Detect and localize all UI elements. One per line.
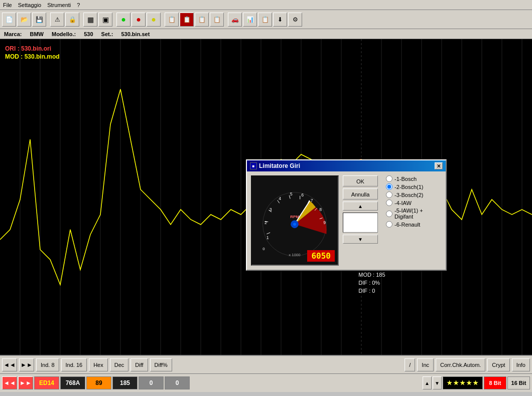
nav-next-button[interactable]: ►► xyxy=(19,358,34,371)
option-5-iaw1[interactable]: -5-IAW(1) + Digifant xyxy=(386,208,442,220)
car-button[interactable]: 🚗 xyxy=(228,13,242,27)
data-stars: ★★★★★ xyxy=(443,376,483,389)
settings-button[interactable]: ⚙ xyxy=(288,13,302,27)
data-ind16: 768A xyxy=(60,376,85,389)
dialog-titlebar: ■ Limitatore Giri ✕ xyxy=(247,160,446,171)
inc-label: Inc xyxy=(417,358,434,371)
menu-help[interactable]: ? xyxy=(77,2,80,8)
grid1-button[interactable]: ▦ xyxy=(83,13,97,27)
arrow-down-button[interactable]: ⬇ xyxy=(273,13,287,27)
copy-button[interactable]: 📋 xyxy=(165,13,179,27)
radio-options: -1-Bosch -2-Bosch(1) -3-Bosch(2) -4-IAW xyxy=(386,175,442,266)
svg-text:RPM: RPM xyxy=(290,215,299,219)
set-label: Set.: xyxy=(101,31,113,37)
option-3-label: -3-Bosch(2) xyxy=(394,192,423,198)
svg-text:0: 0 xyxy=(262,247,265,251)
rpm-display: 6050 xyxy=(307,250,335,262)
menu-bar: File Settaggio Strumenti ? xyxy=(0,0,532,10)
corr-label: Corr.Chk.Autom. xyxy=(436,358,485,371)
menu-strumenti[interactable]: Strumenti xyxy=(47,2,71,8)
mod-label: MOD : 530.bin.mod xyxy=(5,53,60,60)
svg-text:4: 4 xyxy=(279,196,281,201)
marca-label: Marca: xyxy=(4,31,22,37)
modello-value: 530 xyxy=(84,31,93,37)
yellow-button[interactable]: ● xyxy=(147,13,161,27)
slash-label: / xyxy=(405,358,415,371)
data-hex: 89 xyxy=(86,376,111,389)
svg-text:2: 2 xyxy=(264,220,267,225)
option-2-bosch1[interactable]: -2-Bosch(1) xyxy=(386,183,442,190)
option-2-label: -2-Bosch(1) xyxy=(394,184,423,190)
menu-file[interactable]: File xyxy=(3,2,12,8)
paste-red-button[interactable]: 📋 xyxy=(180,13,194,27)
nav-first2-button[interactable]: ◄◄ xyxy=(2,376,17,389)
scroll-up-button[interactable]: ▲ xyxy=(343,202,378,211)
nav-first-button[interactable]: ◄◄ xyxy=(2,358,17,371)
bottom-data-row: ◄◄ ►► ED14 768A 89 185 0 0 ▲ ▼ ★★★★★ 8 B… xyxy=(0,374,532,392)
option-3-bosch2[interactable]: -3-Bosch(2) xyxy=(386,191,442,198)
lock-button[interactable]: 🔒 xyxy=(65,13,79,27)
dialog-button-col: OK Annulla ▲ ▼ xyxy=(343,175,378,266)
svg-text:7: 7 xyxy=(311,198,313,203)
save-button[interactable]: 💾 xyxy=(32,13,46,27)
data-dec: 185 xyxy=(112,376,138,389)
option-5-label: -5-IAW(1) + Digifant xyxy=(394,208,442,220)
open-button[interactable]: 📂 xyxy=(17,13,31,27)
bottom-toolbar: ◄◄ ►► Ind. 8 Ind. 16 Hex Dec Diff Diff% … xyxy=(0,356,532,374)
menu-settaggio[interactable]: Settaggio xyxy=(18,2,41,8)
svg-text:1: 1 xyxy=(267,235,269,240)
limitatore-giri-dialog: ■ Limitatore Giri ✕ xyxy=(246,159,447,271)
red-button[interactable]: ● xyxy=(131,13,146,27)
green-button[interactable]: ● xyxy=(116,13,130,27)
option-4-label: -4-IAW xyxy=(394,200,412,206)
option-1-label: -1-Bosch xyxy=(394,176,417,182)
grid2-button[interactable]: ▣ xyxy=(98,13,112,27)
data-diff: 0 xyxy=(139,376,164,389)
ind8-label: Ind. 8 xyxy=(36,358,59,371)
new-button[interactable]: 📄 xyxy=(2,13,16,27)
table-button[interactable]: 📋 xyxy=(258,13,272,27)
text-input-box[interactable] xyxy=(343,213,378,233)
paste3-button[interactable]: 📋 xyxy=(210,13,224,27)
svg-text:x 1000: x 1000 xyxy=(289,253,301,257)
dialog-close-button[interactable]: ✕ xyxy=(435,162,443,169)
option-6-renault[interactable]: -6-Renault xyxy=(386,221,442,228)
svg-text:5: 5 xyxy=(290,191,293,196)
tachometer: 1 2 3 4 5 6 7 8 9 0 xyxy=(251,175,339,266)
nav-next2-button[interactable]: ►► xyxy=(18,376,33,389)
scroll-down-button[interactable]: ▼ xyxy=(343,235,378,244)
chart-button[interactable]: 📊 xyxy=(243,13,257,27)
bottom-area: ◄◄ ►► Ind. 8 Ind. 16 Hex Dec Diff Diff% … xyxy=(0,355,532,395)
scroll-up-v[interactable]: ▲ xyxy=(423,376,432,389)
toolbar: 📄 📂 💾 ⚠ 🔒 ▦ ▣ ● ● ● 📋 📋 📋 📋 🚗 📊 📋 ⬇ ⚙ xyxy=(0,10,532,29)
ori-label: ORI : 530.bin.ori xyxy=(5,45,51,52)
option-4-iaw[interactable]: -4-IAW xyxy=(386,200,442,206)
svg-point-51 xyxy=(293,223,296,226)
svg-text:8: 8 xyxy=(319,207,322,212)
diffpct-label: Diff% xyxy=(150,358,172,371)
paste2-button[interactable]: 📋 xyxy=(195,13,209,27)
dec-label: Dec xyxy=(110,358,129,371)
data-16bit[interactable]: 16 Bit xyxy=(507,376,530,389)
dialog-icon: ■ xyxy=(250,162,257,169)
crypt-label: Crypt xyxy=(487,358,509,371)
diff-label: Diff xyxy=(130,358,148,371)
data-diffpct: 0 xyxy=(165,376,190,389)
modello-label: Modello.: xyxy=(52,31,76,37)
data-8bit[interactable]: 8 Bit xyxy=(484,376,506,389)
scroll-down-v[interactable]: ▼ xyxy=(433,376,442,389)
svg-text:9: 9 xyxy=(323,220,326,225)
annulla-button[interactable]: Annulla xyxy=(343,188,378,200)
dialog-title: Limitatore Giri xyxy=(259,162,300,169)
option-6-label: -6-Renault xyxy=(394,222,420,228)
dialog-body: 1 2 3 4 5 6 7 8 9 0 xyxy=(247,171,446,270)
svg-text:6: 6 xyxy=(301,192,304,197)
chart-info-dif: DIF : 0 xyxy=(358,287,386,295)
info-bar: Marca: BMW Modello.: 530 Set.: 530.bin.s… xyxy=(0,29,532,39)
set-value: 530.bin.set xyxy=(121,31,150,37)
data-ind8: ED14 xyxy=(34,376,59,389)
ok-button[interactable]: OK xyxy=(343,175,378,186)
warning-button[interactable]: ⚠ xyxy=(50,13,64,27)
option-1-bosch[interactable]: -1-Bosch xyxy=(386,175,442,182)
chart-info-dif-pct: DIF : 0% xyxy=(358,279,386,287)
